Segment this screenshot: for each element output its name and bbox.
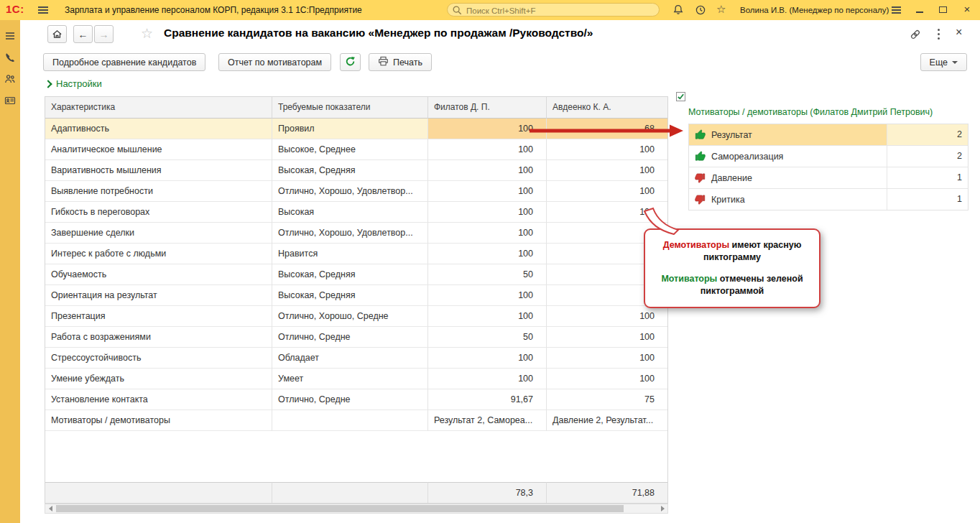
motivator-row[interactable]: Давление1 bbox=[689, 167, 968, 189]
table-cell[interactable]: Давление 2, Результат... bbox=[547, 410, 667, 431]
sections-menu-icon[interactable] bbox=[4, 30, 16, 42]
history-clock-icon[interactable] bbox=[695, 4, 706, 16]
table-row[interactable]: Интерес к работе с людьмиНравится100 bbox=[45, 244, 667, 264]
table-row[interactable]: Вариативность мышленияВысокая, Средняя10… bbox=[45, 160, 667, 181]
refresh-button[interactable] bbox=[340, 53, 361, 71]
panel-checkbox[interactable] bbox=[676, 92, 685, 101]
table-cell[interactable]: 75 bbox=[547, 389, 667, 410]
search-input[interactable] bbox=[465, 4, 655, 17]
horizontal-scrollbar[interactable] bbox=[45, 504, 668, 514]
table-cell[interactable]: Гибкость в переговорах bbox=[45, 202, 272, 223]
column-header-required[interactable]: Требуемые показатели bbox=[272, 97, 428, 119]
table-cell[interactable]: Адаптивность bbox=[45, 119, 272, 139]
table-cell[interactable]: Высокая bbox=[272, 202, 428, 223]
table-cell[interactable]: 100 bbox=[428, 369, 547, 389]
table-cell[interactable]: Вариативность мышления bbox=[45, 160, 272, 181]
main-menu-icon[interactable] bbox=[38, 6, 48, 15]
global-search[interactable] bbox=[447, 3, 660, 17]
table-cell[interactable]: Мотиваторы / демотиваторы bbox=[45, 410, 272, 431]
table-cell[interactable]: 100 bbox=[547, 348, 667, 369]
get-link-icon[interactable] bbox=[910, 29, 921, 40]
table-cell[interactable]: Отлично, Хорошо, Удовлетвор... bbox=[272, 223, 428, 244]
table-cell[interactable]: 50 bbox=[428, 327, 547, 348]
table-cell[interactable]: Отлично, Хорошо, Удовлетвор... bbox=[272, 181, 428, 202]
table-cell[interactable]: Выявление потребности bbox=[45, 181, 272, 202]
table-cell[interactable]: 100 bbox=[547, 306, 667, 327]
table-cell[interactable]: 100 bbox=[428, 285, 547, 306]
more-button[interactable]: Еще bbox=[920, 53, 967, 71]
motivators-report-button[interactable]: Отчет по мотиваторам bbox=[218, 53, 331, 71]
table-cell[interactable]: Высокое, Среднее bbox=[272, 139, 428, 160]
table-row[interactable]: Завершение сделкиОтлично, Хорошо, Удовле… bbox=[45, 223, 667, 244]
detailed-comparison-button[interactable]: Подробное сравнение кандидатов bbox=[43, 53, 205, 71]
table-row[interactable]: Выявление потребностиОтлично, Хорошо, Уд… bbox=[45, 181, 667, 202]
table-cell[interactable]: Аналитическое мышление bbox=[45, 139, 272, 160]
employees-users-icon[interactable] bbox=[4, 73, 16, 85]
table-row[interactable]: Установление контактаОтлично, Средне91,6… bbox=[45, 389, 667, 410]
table-cell[interactable]: Высокая, Средняя bbox=[272, 264, 428, 285]
settings-link[interactable]: Настройки bbox=[45, 78, 102, 89]
table-cell[interactable]: Отлично, Средне bbox=[272, 389, 428, 410]
table-cell[interactable]: 91,67 bbox=[428, 389, 547, 410]
table-row[interactable]: Ориентация на результатВысокая, Средняя1… bbox=[45, 285, 667, 306]
table-cell[interactable]: Отлично, Средне bbox=[272, 327, 428, 348]
table-cell[interactable]: 100 bbox=[428, 306, 547, 327]
table-row[interactable]: ОбучаемостьВысокая, Средняя50 bbox=[45, 264, 667, 285]
more-options-kebab-icon[interactable] bbox=[938, 29, 940, 42]
motivator-row[interactable]: Самореализация2 bbox=[689, 146, 968, 167]
table-cell[interactable]: 100 bbox=[428, 348, 547, 369]
table-row[interactable]: Гибкость в переговорахВысокая100100 bbox=[45, 202, 667, 223]
table-cell[interactable]: Проявил bbox=[272, 119, 428, 139]
table-cell[interactable]: Презентация bbox=[45, 306, 272, 327]
table-cell[interactable]: Работа с возражениями bbox=[45, 327, 272, 348]
table-cell[interactable]: 100 bbox=[428, 223, 547, 244]
motivator-row[interactable]: Критика1 bbox=[689, 189, 968, 210]
table-cell[interactable]: 100 bbox=[428, 202, 547, 223]
column-header-filatov[interactable]: Филатов Д. П. bbox=[428, 97, 547, 119]
table-cell[interactable]: Обладает bbox=[272, 348, 428, 369]
form-close-icon[interactable]: × bbox=[956, 26, 962, 39]
table-row[interactable]: Работа с возражениямиОтлично, Средне5010… bbox=[45, 327, 667, 348]
motivator-row[interactable]: Результат2 bbox=[689, 124, 968, 146]
interactions-phone-icon[interactable] bbox=[4, 52, 16, 63]
table-cell[interactable]: 100 bbox=[547, 181, 667, 202]
table-cell[interactable]: Отлично, Хорошо, Средне bbox=[272, 306, 428, 327]
table-cell[interactable]: Интерес к работе с людьми bbox=[45, 244, 272, 264]
table-cell[interactable]: Результат 2, Самореа... bbox=[428, 410, 547, 431]
table-row[interactable]: Мотиваторы / демотиваторыРезультат 2, Са… bbox=[45, 410, 667, 431]
panels-toggle-icon[interactable] bbox=[892, 6, 901, 15]
table-cell[interactable]: 100 bbox=[428, 139, 547, 160]
table-cell[interactable]: 100 bbox=[547, 160, 667, 181]
table-cell[interactable]: Установление контакта bbox=[45, 389, 272, 410]
table-cell[interactable]: Обучаемость bbox=[45, 264, 272, 285]
contact-card-icon[interactable] bbox=[4, 95, 16, 106]
table-cell[interactable]: 50 bbox=[428, 264, 547, 285]
table-cell[interactable]: Умение убеждать bbox=[45, 369, 272, 389]
scrollbar-thumb[interactable] bbox=[56, 505, 624, 512]
table-cell[interactable]: Нравится bbox=[272, 244, 428, 264]
table-row[interactable]: Умение убеждатьУмеет100100 bbox=[45, 369, 667, 389]
column-header-characteristic[interactable]: Характеристика bbox=[45, 97, 272, 119]
window-maximize-button[interactable] bbox=[937, 3, 950, 16]
table-row[interactable]: Аналитическое мышлениеВысокое, Среднее10… bbox=[45, 139, 667, 160]
window-close-button[interactable]: × bbox=[961, 3, 974, 16]
column-header-avdeenko[interactable]: Авдеенко К. А. bbox=[547, 97, 667, 119]
table-cell[interactable]: Стрессоустойчивость bbox=[45, 348, 272, 369]
table-cell[interactable]: 100 bbox=[547, 327, 667, 348]
table-cell[interactable]: Высокая, Средняя bbox=[272, 285, 428, 306]
table-cell[interactable]: 100 bbox=[547, 139, 667, 160]
notifications-bell-icon[interactable] bbox=[672, 4, 684, 16]
table-cell[interactable]: 100 bbox=[547, 369, 667, 389]
nav-forward-button[interactable]: → bbox=[94, 25, 114, 43]
table-cell[interactable]: 100 bbox=[428, 244, 547, 264]
current-user[interactable]: Волина И.В. (Менеджер по персоналу) bbox=[740, 6, 889, 14]
table-row[interactable]: ПрезентацияОтлично, Хорошо, Средне100100 bbox=[45, 306, 667, 327]
scroll-right-arrow[interactable] bbox=[657, 504, 667, 513]
table-cell[interactable]: Высокая, Средняя bbox=[272, 160, 428, 181]
table-cell[interactable]: 100 bbox=[428, 181, 547, 202]
table-row[interactable]: СтрессоустойчивостьОбладает100100 bbox=[45, 348, 667, 369]
table-cell[interactable]: Завершение сделки bbox=[45, 223, 272, 244]
add-to-favorites-star-icon[interactable]: ☆ bbox=[141, 25, 153, 42]
favorites-star-icon[interactable]: ☆ bbox=[716, 3, 726, 16]
table-cell[interactable]: 100 bbox=[428, 160, 547, 181]
